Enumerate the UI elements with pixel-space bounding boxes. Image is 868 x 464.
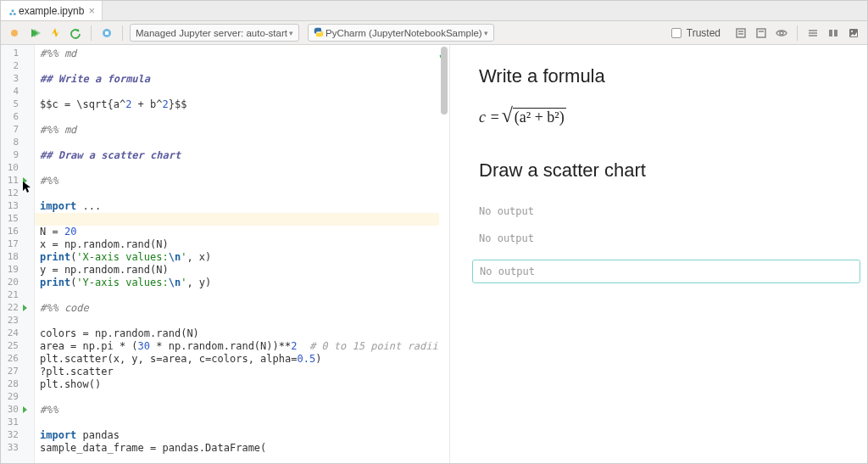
toolbar-separator bbox=[91, 25, 92, 41]
svg-point-2 bbox=[14, 13, 16, 15]
svg-point-12 bbox=[851, 31, 853, 32]
code-line[interactable]: area = np.pi * (30 * np.random.rand(N))*… bbox=[40, 340, 449, 353]
jupyter-server-label: Managed Jupyter server: auto-start bbox=[136, 28, 287, 38]
line-gutter: 1234567891011121315161718192021222324252… bbox=[1, 45, 35, 463]
svg-rect-9 bbox=[829, 30, 832, 36]
code-line[interactable]: #%% md bbox=[40, 124, 449, 137]
list-view-button[interactable] bbox=[804, 25, 821, 42]
output-placeholder: No output bbox=[480, 266, 853, 277]
code-area[interactable]: ✔ #%% md## Write a formula$$c = \sqrt{a^… bbox=[35, 45, 449, 463]
selected-output-cell[interactable]: No output bbox=[472, 260, 860, 283]
python-icon bbox=[314, 27, 324, 39]
svg-point-3 bbox=[11, 30, 18, 36]
add-cell-button[interactable] bbox=[6, 25, 23, 42]
code-line[interactable]: sample_data_frame = pandas.DataFrame( bbox=[40, 442, 449, 455]
ide-root: example.ipynb × Managed Jupyter server: … bbox=[0, 0, 868, 464]
code-line[interactable]: print('X-axis values:\n', x) bbox=[40, 251, 449, 264]
code-line[interactable]: #%% md bbox=[40, 48, 449, 60]
run-cell-gutter-icon[interactable] bbox=[23, 406, 27, 413]
cell-toolbar-button-1[interactable] bbox=[732, 25, 749, 42]
code-line[interactable]: #%% bbox=[40, 404, 449, 416]
preview-heading-formula: Write a formula bbox=[479, 65, 838, 87]
code-line[interactable]: import ... bbox=[40, 200, 449, 213]
svg-rect-10 bbox=[834, 30, 837, 36]
jupyter-file-icon bbox=[8, 8, 14, 14]
interrupt-button[interactable] bbox=[47, 25, 64, 42]
svg-rect-6 bbox=[737, 29, 745, 37]
chevron-down-icon: ▾ bbox=[484, 29, 488, 37]
jupyter-server-dropdown[interactable]: Managed Jupyter server: auto-start ▾ bbox=[130, 24, 299, 42]
svg-point-0 bbox=[12, 9, 14, 12]
notebook-toolbar: Managed Jupyter server: auto-start ▾ PyC… bbox=[1, 21, 867, 45]
python-interpreter-dropdown[interactable]: PyCharm (JupyterNotebookSample) ▾ bbox=[308, 24, 494, 42]
code-line[interactable]: ?plt.scatter bbox=[40, 366, 449, 378]
code-editor-pane[interactable]: 1234567891011121315161718192021222324252… bbox=[1, 45, 450, 463]
code-line[interactable]: x = np.random.rand(N) bbox=[40, 238, 449, 251]
svg-rect-7 bbox=[757, 29, 765, 37]
code-line[interactable]: import pandas bbox=[40, 429, 449, 442]
code-line[interactable]: ## Write a formula bbox=[40, 73, 449, 86]
preview-heading-scatter: Draw a scatter chart bbox=[479, 159, 838, 182]
output-placeholder: No output bbox=[479, 205, 838, 217]
tab-close-icon[interactable]: × bbox=[88, 5, 95, 16]
cell-toolbar-button-2[interactable] bbox=[753, 25, 770, 42]
toolbar-separator bbox=[122, 25, 123, 41]
output-preview-pane: Write a formula c = √ (a² + b²) Draw a s… bbox=[450, 45, 867, 463]
svg-point-8 bbox=[780, 31, 783, 35]
svg-rect-5 bbox=[105, 31, 108, 35]
run-cell-gutter-icon[interactable] bbox=[23, 305, 27, 311]
code-line[interactable]: colors = np.random.rand(N) bbox=[40, 327, 449, 340]
mouse-cursor-icon bbox=[23, 182, 31, 196]
image-view-button[interactable] bbox=[845, 25, 862, 42]
trusted-checkbox[interactable] bbox=[671, 28, 682, 38]
trusted-toggle[interactable]: Trusted bbox=[671, 27, 721, 39]
output-view-button[interactable] bbox=[825, 25, 842, 42]
output-placeholder: No output bbox=[479, 232, 838, 244]
code-line[interactable]: plt.scatter(x, y, s=area, c=colors, alph… bbox=[40, 353, 449, 366]
sqrt-icon: √ bbox=[502, 104, 513, 127]
variables-button[interactable] bbox=[98, 25, 115, 42]
code-line[interactable]: plt.show() bbox=[40, 378, 449, 391]
tab-filename: example.ipynb bbox=[19, 5, 84, 17]
run-cell-button[interactable] bbox=[26, 25, 43, 42]
code-line[interactable]: N = 20 bbox=[40, 226, 449, 238]
editor-body: 1234567891011121315161718192021222324252… bbox=[1, 45, 867, 463]
formula-lhs: c = bbox=[479, 109, 500, 126]
view-button[interactable] bbox=[773, 25, 790, 42]
editor-tab-example[interactable]: example.ipynb × bbox=[1, 1, 103, 20]
code-line[interactable]: ## Draw a scatter chart bbox=[40, 149, 449, 162]
svg-point-1 bbox=[9, 13, 12, 15]
restart-kernel-button[interactable] bbox=[67, 25, 84, 42]
interpreter-label: PyCharm (JupyterNotebookSample) bbox=[326, 28, 482, 38]
editor-tab-bar: example.ipynb × bbox=[1, 1, 867, 21]
code-line[interactable]: print('Y-axis values:\n', y) bbox=[40, 277, 449, 289]
chevron-down-icon: ▾ bbox=[289, 29, 293, 37]
trusted-label: Trusted bbox=[687, 27, 721, 39]
code-line[interactable]: #%% code bbox=[40, 302, 449, 315]
code-line[interactable]: $$c = \sqrt{a^2 + b^2}$$ bbox=[40, 98, 449, 111]
rendered-formula: c = √ (a² + b²) bbox=[479, 106, 838, 129]
code-line[interactable]: y = np.random.rand(N) bbox=[40, 264, 449, 277]
formula-radicand: (a² + b²) bbox=[513, 108, 566, 126]
code-line[interactable]: #%% bbox=[40, 175, 449, 187]
toolbar-separator bbox=[797, 25, 798, 41]
